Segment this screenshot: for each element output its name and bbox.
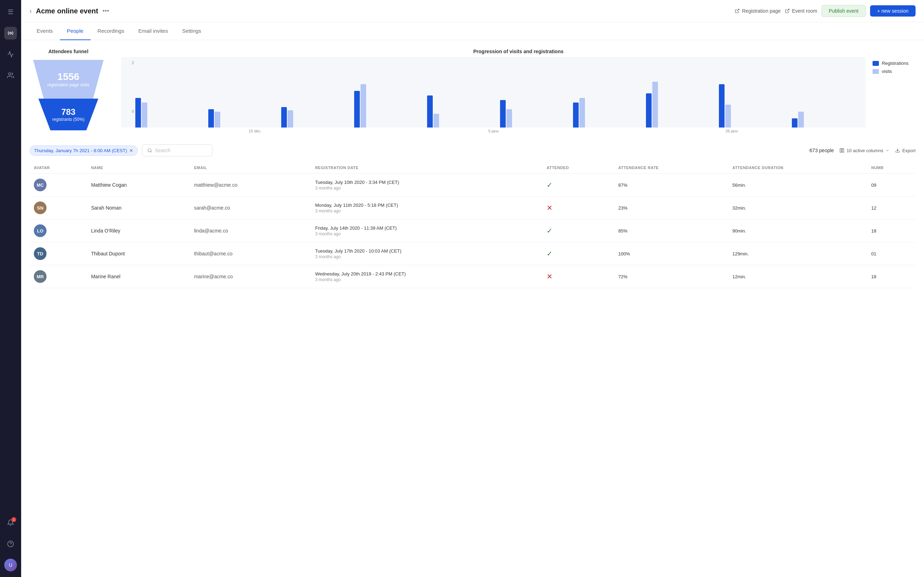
- funnel-title: Attendees funnel: [30, 48, 107, 54]
- funnel-visits-label: registration page visits: [47, 82, 89, 87]
- new-session-button[interactable]: + new session: [870, 5, 916, 16]
- cell-duration-2: 90min.: [728, 219, 867, 242]
- content-area: Attendees funnel 1556 registration page …: [21, 40, 924, 577]
- cell-regdate-2: Friday, July 14th 2020 - 11:39 AM (CET) …: [311, 219, 542, 242]
- more-menu-button[interactable]: •••: [103, 7, 109, 15]
- bar-group-8: [719, 84, 789, 128]
- notification-badge: 1: [11, 517, 16, 522]
- bar-registration-9[interactable]: [792, 118, 798, 127]
- user-avatar[interactable]: U: [4, 559, 17, 571]
- person-name-4: Marine Ranel: [91, 274, 120, 279]
- person-name-3: Thibaut Dupont: [91, 251, 125, 256]
- notification-icon[interactable]: 1: [4, 516, 17, 529]
- person-name-2: Linda O'Riley: [91, 228, 120, 234]
- columns-icon: [839, 148, 844, 153]
- cell-name-3: Thibaut Dupont: [87, 242, 190, 265]
- table-row[interactable]: TD Thibaut Dupont thibaut@acme.co Tuesda…: [30, 242, 916, 265]
- bar-registration-7[interactable]: [646, 93, 651, 128]
- registration-page-link[interactable]: Registration page: [735, 8, 780, 14]
- publish-event-button[interactable]: Publish event: [821, 5, 866, 17]
- tab-people[interactable]: People: [60, 22, 90, 40]
- bar-registration-5[interactable]: [500, 100, 506, 127]
- bar-group-5: [500, 100, 570, 127]
- table-row[interactable]: SN Sarah Noman sarah@acme.co Monday, Jul…: [30, 197, 916, 219]
- bar-registration-4[interactable]: [427, 95, 433, 127]
- table-section: Thursday, January 7h 2021 - 8:00 AM (CES…: [30, 144, 916, 288]
- menu-icon[interactable]: ☰: [4, 6, 17, 18]
- regdate-sub-3: 3 months ago: [315, 254, 538, 259]
- legend-color-visits: [872, 69, 879, 74]
- attended-no-4: ✕: [547, 272, 553, 280]
- person-email-2: linda@acme.co: [194, 228, 228, 234]
- funnel-visual: 1556 registration page visits 783 regist…: [30, 60, 107, 131]
- tab-settings[interactable]: Settings: [175, 22, 208, 40]
- table-header: AVATAR NAME EMAIL REGISTRATION DATE ATTE…: [30, 162, 916, 174]
- bar-visit-8[interactable]: [725, 105, 731, 127]
- bar-visit-2[interactable]: [287, 110, 293, 127]
- cell-rate-1: 23%: [614, 197, 729, 219]
- cell-regdate-1: Monday, July 11th 2020 - 5:18 PM (CET) 3…: [311, 197, 542, 219]
- tab-recordings[interactable]: Recordings: [90, 22, 131, 40]
- chart-x-axis: 15 déc. 5 janv 26 janv: [121, 127, 866, 133]
- cell-regdate-0: Tuesday, July 10th 2020 - 3:34 PM (CET) …: [311, 174, 542, 197]
- regdate-main-0: Tuesday, July 10th 2020 - 3:34 PM (CET): [315, 180, 538, 185]
- regdate-sub-0: 3 months ago: [315, 185, 538, 190]
- tab-events[interactable]: Events: [30, 22, 60, 40]
- cell-email-1: sarah@acme.co: [190, 197, 311, 219]
- cell-avatar-4: MR: [30, 265, 87, 288]
- cell-num-1: 12: [867, 197, 916, 219]
- attended-yes-0: ✓: [547, 181, 553, 189]
- toolbar-right: 673 people 10 active columns: [810, 148, 916, 153]
- sidebar: ☰ 1 U: [0, 0, 21, 577]
- bar-visit-1[interactable]: [214, 112, 220, 128]
- columns-button[interactable]: 10 active columns: [839, 148, 890, 153]
- broadcast-icon[interactable]: [4, 27, 17, 39]
- help-icon[interactable]: [4, 538, 17, 550]
- back-button[interactable]: ‹: [30, 7, 32, 15]
- regdate-sub-1: 3 months ago: [315, 208, 538, 213]
- cell-attended-0: ✓: [542, 174, 614, 197]
- avatar-0: MC: [34, 179, 47, 191]
- bar-registration-6[interactable]: [573, 103, 579, 128]
- col-reg-date: REGISTRATION DATE: [311, 162, 542, 174]
- people-icon[interactable]: [4, 69, 17, 82]
- avatar-3: TD: [34, 247, 47, 260]
- date-filter-tag[interactable]: Thursday, January 7h 2021 - 8:00 AM (CES…: [30, 145, 138, 156]
- bar-registration-1[interactable]: [208, 109, 214, 127]
- table-row[interactable]: MR Marine Ranel marine@acme.co Wednesday…: [30, 265, 916, 288]
- bar-visit-5[interactable]: [506, 109, 512, 127]
- bar-group-4: [427, 95, 497, 127]
- activity-icon[interactable]: [4, 48, 17, 61]
- event-room-link[interactable]: Event room: [785, 8, 817, 14]
- bar-group-6: [573, 98, 643, 128]
- bar-visit-3[interactable]: [361, 84, 366, 128]
- bar-visit-6[interactable]: [579, 98, 585, 128]
- bar-visit-4[interactable]: [434, 114, 439, 127]
- cell-name-4: Marine Ranel: [87, 265, 190, 288]
- bar-registration-0[interactable]: [135, 98, 141, 128]
- table-row[interactable]: MC Matthiew Cogan matthiew@acme.co Tuesd…: [30, 174, 916, 197]
- export-button[interactable]: Export: [895, 148, 916, 153]
- search-box[interactable]: Search: [142, 144, 213, 156]
- cell-duration-1: 32min.: [728, 197, 867, 219]
- tab-email-invites[interactable]: Email invites: [131, 22, 175, 40]
- bar-registration-3[interactable]: [354, 91, 360, 127]
- progression-chart: Progression of visits and registrations …: [121, 48, 916, 133]
- bar-registration-8[interactable]: [719, 84, 724, 128]
- bar-visit-9[interactable]: [798, 112, 804, 128]
- funnel-visits-count: 1556: [58, 71, 79, 82]
- external-link-icon: [735, 8, 740, 13]
- table-body: MC Matthiew Cogan matthiew@acme.co Tuesd…: [30, 174, 916, 288]
- bar-visit-0[interactable]: [142, 103, 147, 128]
- svg-rect-9: [843, 149, 844, 153]
- table-row[interactable]: LO Linda O'Riley linda@acme.co Friday, J…: [30, 219, 916, 242]
- bar-registration-2[interactable]: [281, 107, 287, 128]
- bar-visit-7[interactable]: [652, 82, 658, 127]
- filter-remove-button[interactable]: ✕: [129, 148, 133, 153]
- bar-group-2: [281, 107, 352, 128]
- cell-rate-3: 100%: [614, 242, 729, 265]
- avatar-1: SN: [34, 201, 47, 214]
- search-icon: [147, 148, 152, 153]
- cell-avatar-3: TD: [30, 242, 87, 265]
- export-label: Export: [902, 148, 916, 153]
